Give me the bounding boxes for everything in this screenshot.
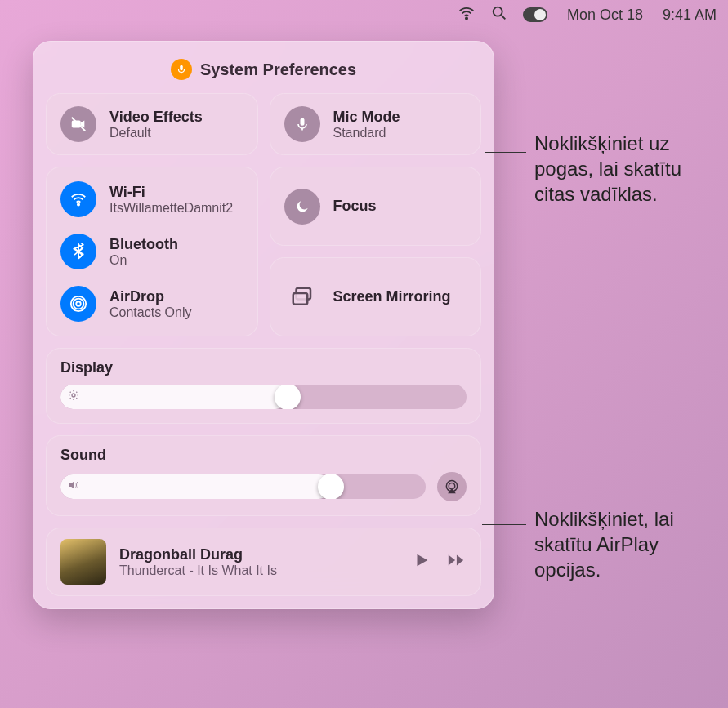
video-effects-tile[interactable]: Video Effects Default xyxy=(46,93,258,155)
svg-point-6 xyxy=(76,301,81,306)
panel-title: System Preferences xyxy=(200,60,356,79)
svg-point-11 xyxy=(72,394,75,397)
callout-line xyxy=(482,524,526,525)
now-playing-tile[interactable]: Dragonball Durag Thundercat - It Is What… xyxy=(46,528,481,596)
display-tile[interactable]: Display xyxy=(46,348,481,424)
tile-label: Screen Mirroring xyxy=(333,288,451,305)
tile-sub: Contacts Only xyxy=(109,305,191,320)
bluetooth-row[interactable]: Bluetooth On xyxy=(60,234,243,269)
mic-mode-tile[interactable]: Mic Mode Standard xyxy=(270,93,482,155)
sound-label: Sound xyxy=(60,447,467,464)
svg-rect-10 xyxy=(293,293,307,305)
menubar-time[interactable]: 9:41 AM xyxy=(663,7,717,24)
video-effects-icon xyxy=(60,106,96,142)
volume-icon xyxy=(67,479,80,495)
microphone-in-use-icon[interactable] xyxy=(171,59,192,80)
play-icon[interactable] xyxy=(413,551,431,572)
display-slider[interactable] xyxy=(60,385,467,409)
panel-title-row: System Preferences xyxy=(46,59,481,80)
sound-tile[interactable]: Sound xyxy=(46,435,481,516)
tile-label: AirDrop xyxy=(109,288,191,305)
wifi-row[interactable]: Wi-Fi ItsWillametteDamnit2 xyxy=(60,181,243,217)
connectivity-tile[interactable]: Wi-Fi ItsWillametteDamnit2 Bluetooth On xyxy=(46,167,258,336)
control-center-panel: System Preferences Video Effects Default… xyxy=(33,41,494,609)
callout-line xyxy=(485,152,526,153)
brightness-low-icon xyxy=(67,389,80,405)
focus-tile[interactable]: Focus xyxy=(270,167,482,246)
mic-mode-icon xyxy=(284,106,320,142)
svg-point-1 xyxy=(494,7,502,16)
album-art xyxy=(60,539,106,585)
spotlight-icon[interactable] xyxy=(490,4,508,26)
now-playing-artist: Thundercat - It Is What It Is xyxy=(119,563,400,578)
display-label: Display xyxy=(60,359,467,376)
svg-point-7 xyxy=(74,299,84,309)
callout-airplay: Noklikšķiniet, lai skatītu AirPlay opcij… xyxy=(534,506,722,583)
callout-mic: Noklikšķiniet uz pogas, lai skatītu cita… xyxy=(534,131,722,207)
tile-sub: Standard xyxy=(333,126,400,140)
svg-point-13 xyxy=(449,483,455,489)
airdrop-icon xyxy=(60,286,96,322)
bluetooth-icon xyxy=(60,234,96,269)
tile-label: Mic Mode xyxy=(333,109,400,126)
focus-icon xyxy=(284,189,320,225)
wifi-icon xyxy=(60,181,96,217)
svg-rect-4 xyxy=(300,118,304,126)
menubar: Mon Oct 18 9:41 AM xyxy=(0,0,728,29)
airplay-audio-button[interactable] xyxy=(437,472,467,501)
now-playing-title: Dragonball Durag xyxy=(119,546,400,563)
tile-sub: ItsWillametteDamnit2 xyxy=(109,201,233,216)
sound-slider[interactable] xyxy=(60,474,426,499)
airdrop-row[interactable]: AirDrop Contacts Only xyxy=(60,286,243,322)
tile-label: Bluetooth xyxy=(109,236,178,253)
tile-sub: On xyxy=(109,253,178,268)
screen-mirroring-icon xyxy=(284,279,320,315)
control-center-icon[interactable] xyxy=(523,7,547,22)
tile-label: Video Effects xyxy=(109,109,203,126)
tile-sub: Default xyxy=(109,126,203,140)
svg-rect-2 xyxy=(180,65,183,70)
svg-rect-3 xyxy=(72,120,81,127)
screen-mirroring-tile[interactable]: Screen Mirroring xyxy=(270,257,482,336)
tile-label: Focus xyxy=(333,198,377,215)
tile-label: Wi-Fi xyxy=(109,184,233,201)
wifi-icon[interactable] xyxy=(458,4,476,26)
svg-point-0 xyxy=(466,17,467,19)
fast-forward-icon[interactable] xyxy=(445,551,467,572)
svg-point-5 xyxy=(78,203,79,205)
menubar-date[interactable]: Mon Oct 18 xyxy=(567,7,643,24)
